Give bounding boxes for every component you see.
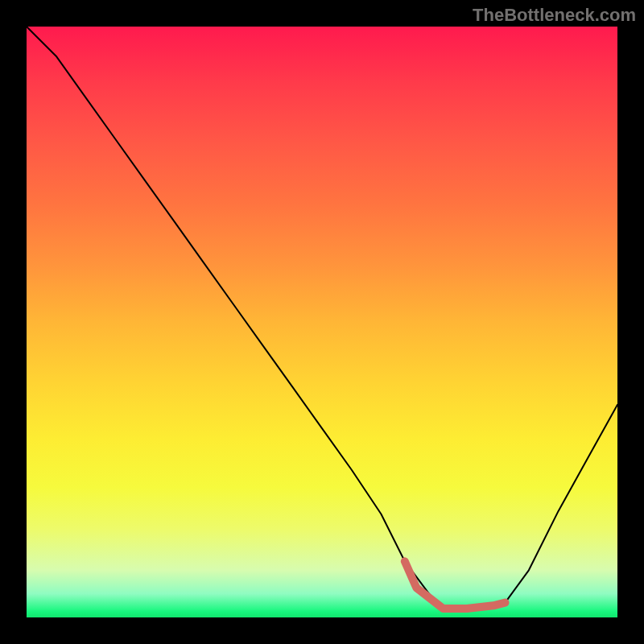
plot-area [27, 27, 617, 617]
watermark-text: TheBottleneck.com [473, 5, 636, 26]
chart-container: TheBottleneck.com [0, 0, 644, 644]
highlight-curve [405, 561, 506, 609]
curve-svg [27, 27, 617, 617]
main-curve [27, 27, 617, 609]
